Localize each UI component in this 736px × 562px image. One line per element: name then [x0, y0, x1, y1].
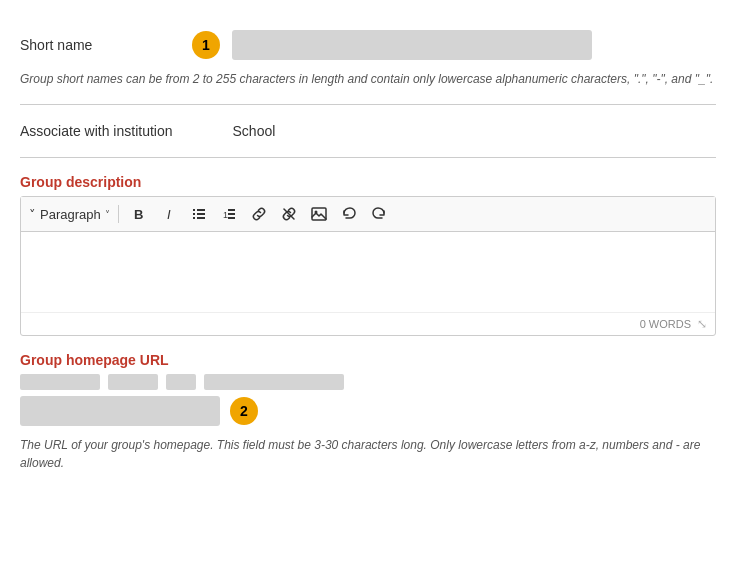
- institution-value: School: [233, 123, 276, 139]
- divider-1: [20, 104, 716, 105]
- editor-toolbar: ˅ Paragraph ˅ B I 1.: [21, 197, 715, 232]
- svg-rect-1: [197, 209, 205, 211]
- toolbar-divider-1: [118, 205, 119, 223]
- description-section: Group description ˅ Paragraph ˅ B I: [20, 174, 716, 336]
- homepage-title: Group homepage URL: [20, 352, 716, 368]
- svg-rect-8: [228, 213, 235, 215]
- editor-footer: 0 WORDS ⤡: [21, 312, 715, 335]
- link-button[interactable]: [247, 202, 271, 226]
- svg-rect-0: [193, 209, 195, 211]
- short-name-input[interactable]: [232, 30, 592, 60]
- svg-rect-3: [197, 213, 205, 215]
- short-name-hint: Group short names can be from 2 to 255 c…: [20, 66, 716, 100]
- homepage-section: Group homepage URL 2 The URL of your gro…: [20, 352, 716, 484]
- svg-rect-9: [228, 217, 235, 219]
- chevron-down-icon[interactable]: ˅: [29, 207, 36, 222]
- svg-rect-7: [228, 209, 235, 211]
- paragraph-label[interactable]: Paragraph: [40, 207, 101, 222]
- short-name-badge: 1: [192, 31, 220, 59]
- url-input-row: 2: [20, 396, 716, 426]
- url-preview-block-1: [20, 374, 100, 390]
- url-preview-row: [20, 374, 716, 390]
- institution-label: Associate with institution: [20, 123, 173, 139]
- url-badge: 2: [230, 397, 258, 425]
- url-preview-block-2: [108, 374, 158, 390]
- divider-2: [20, 157, 716, 158]
- homepage-hint: The URL of your group's homepage. This f…: [20, 432, 716, 484]
- institution-row: Associate with institution School: [20, 109, 716, 153]
- description-title: Group description: [20, 174, 716, 190]
- unordered-list-button[interactable]: [187, 202, 211, 226]
- toolbar-format-dropdown[interactable]: ˅ Paragraph ˅: [29, 207, 110, 222]
- url-preview-block-3: [166, 374, 196, 390]
- image-button[interactable]: [307, 202, 331, 226]
- url-preview-block-4: [204, 374, 344, 390]
- redo-button[interactable]: [367, 202, 391, 226]
- short-name-label: Short name: [20, 37, 180, 53]
- short-name-row: Short name 1: [20, 16, 716, 66]
- ordered-list-button[interactable]: 1.: [217, 202, 241, 226]
- paragraph-chevron-icon[interactable]: ˅: [105, 209, 110, 220]
- bold-button[interactable]: B: [127, 202, 151, 226]
- resize-handle-icon[interactable]: ⤡: [697, 317, 707, 331]
- url-input[interactable]: [20, 396, 220, 426]
- word-count: 0 WORDS: [640, 318, 691, 330]
- svg-rect-2: [193, 213, 195, 215]
- undo-button[interactable]: [337, 202, 361, 226]
- svg-rect-5: [197, 217, 205, 219]
- editor-content-area[interactable]: [21, 232, 715, 312]
- italic-button[interactable]: I: [157, 202, 181, 226]
- description-editor[interactable]: ˅ Paragraph ˅ B I 1.: [20, 196, 716, 336]
- unlink-button[interactable]: [277, 202, 301, 226]
- svg-rect-4: [193, 217, 195, 219]
